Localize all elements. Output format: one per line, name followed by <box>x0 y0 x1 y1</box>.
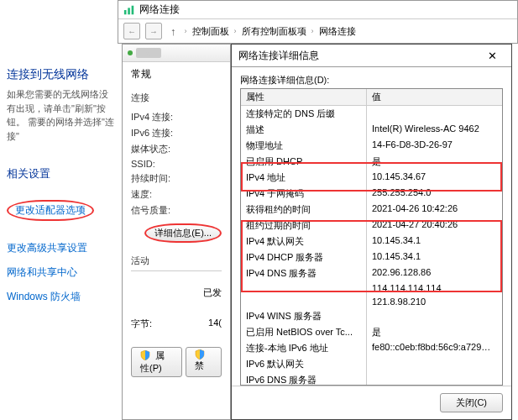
table-body: 连接特定的 DNS 后缀描述Intel(R) Wireless-AC 9462物… <box>241 106 502 386</box>
table-row[interactable]: 描述Intel(R) Wireless-AC 9462 <box>241 122 502 138</box>
cell-property <box>241 281 367 295</box>
window-wifi-status: x 常规 连接 IPv4 连接:IPv6 连接:媒体状态:SSID:持续时间:速… <box>122 44 231 420</box>
status-row: 信号质量: <box>131 204 222 217</box>
detail-table: 属性 值 连接特定的 DNS 后缀描述Intel(R) Wireless-AC … <box>240 88 503 386</box>
group-activity: 活动 <box>131 255 222 267</box>
close-dialog-button[interactable]: 关闭(C) <box>440 393 503 412</box>
window-network-connections: 网络连接 ← → ↑ › 控制面板 › 所有控制面板项 › 网络连接 <box>118 0 518 44</box>
back-button[interactable]: ← <box>123 23 140 39</box>
window-title: 网络连接 <box>139 3 180 17</box>
settings-left-panel: 连接到无线网络 如果您需要的无线网络没有出现，请单击"刷新"按钮。 需要的网络并… <box>0 0 122 323</box>
cell-value: 是 <box>367 154 502 170</box>
properties-button[interactable]: 属性(P) <box>131 347 182 377</box>
table-row[interactable]: IPv4 地址10.145.34.67 <box>241 170 502 186</box>
link-advanced-sharing[interactable]: 更改高级共享设置 <box>7 241 115 255</box>
status-row-label: IPv6 连接: <box>131 127 173 139</box>
cell-property: IPv4 地址 <box>241 170 367 186</box>
svg-rect-1 <box>128 8 130 14</box>
chevron-right-icon: › <box>311 27 314 35</box>
cell-value: 10.145.34.1 <box>367 234 502 249</box>
cell-value: 10.145.34.67 <box>367 170 502 186</box>
forward-button[interactable]: → <box>145 23 162 39</box>
table-row[interactable]: IPv6 默认网关 <box>241 356 502 372</box>
cell-value: Intel(R) Wireless-AC 9462 <box>367 122 502 138</box>
status-row-label: SSID: <box>131 159 155 169</box>
link-adapter-options[interactable]: 更改适配器选项 <box>7 200 94 221</box>
cell-value: 121.8.98.210 <box>367 295 502 308</box>
breadcrumb-bar: ← → ↑ › 控制面板 › 所有控制面板项 › 网络连接 <box>118 18 517 43</box>
chevron-right-icon: › <box>185 27 187 35</box>
cell-value: 是 <box>367 324 502 340</box>
sent-label: 已发 <box>131 286 222 299</box>
cell-value: 114.114.114.114 <box>367 281 502 295</box>
cell-value: 10.145.34.1 <box>367 249 502 265</box>
cell-property: IPv6 DNS 服务器 <box>241 372 367 386</box>
status-row: IPv6 连接: <box>131 127 222 139</box>
up-button[interactable]: ↑ <box>167 25 180 38</box>
breadcrumb-item[interactable]: 网络连接 <box>319 25 356 38</box>
table-row[interactable]: IPv4 默认网关10.145.34.1 <box>241 234 502 249</box>
table-row[interactable]: 获得租约的时间2021-04-26 10:42:26 <box>241 202 502 218</box>
cell-property: IPv4 WINS 服务器 <box>241 308 367 324</box>
table-row[interactable]: IPv4 子网掩码255.255.254.0 <box>241 186 502 202</box>
col-value: 值 <box>367 89 502 105</box>
cell-value: 202.96.128.86 <box>367 265 502 281</box>
breadcrumb-item[interactable]: 所有控制面板项 <box>242 25 306 38</box>
cell-property: IPv4 默认网关 <box>241 234 367 249</box>
table-row[interactable]: IPv4 DHCP 服务器10.145.34.1 <box>241 249 502 265</box>
status-row-label: 媒体状态: <box>131 143 170 155</box>
cell-value <box>367 356 502 372</box>
network-icon <box>123 4 135 16</box>
cell-property: IPv4 DNS 服务器 <box>241 265 367 281</box>
disable-button[interactable]: 禁 <box>186 347 222 377</box>
shield-icon <box>195 349 205 360</box>
left-section-header: 相关设置 <box>7 166 115 181</box>
cell-property: 获得租约的时间 <box>241 202 367 218</box>
status-body: 连接 IPv4 连接:IPv6 连接:媒体状态:SSID:持续时间:速度:信号质… <box>123 87 230 382</box>
table-row[interactable]: 已启用 NetBIOS over Tc...是 <box>241 324 502 340</box>
table-row[interactable]: IPv4 DNS 服务器202.96.128.86 <box>241 265 502 281</box>
breadcrumb-item[interactable]: 控制面板 <box>192 25 229 38</box>
status-row: 速度: <box>131 188 222 201</box>
detail-title: 网络连接详细信息 <box>238 49 319 63</box>
cell-property: 描述 <box>241 122 367 138</box>
table-row[interactable]: 租约过期的时间2021-04-27 20:40:26 <box>241 218 502 234</box>
svg-rect-2 <box>132 5 134 14</box>
chevron-right-icon: › <box>234 27 237 35</box>
status-row-label: 信号质量: <box>131 204 170 217</box>
status-row: IPv4 连接: <box>131 111 222 123</box>
close-button[interactable]: ✕ <box>479 48 505 63</box>
link-network-center[interactable]: 网络和共享中心 <box>7 265 115 280</box>
status-row-label: IPv4 连接: <box>131 111 173 123</box>
cell-value: 2021-04-27 20:40:26 <box>367 218 502 234</box>
table-row[interactable]: 连接特定的 DNS 后缀 <box>241 106 502 122</box>
table-row[interactable]: 114.114.114.114 <box>241 281 502 295</box>
bytes-value: 14( <box>208 318 222 330</box>
cell-property: IPv6 默认网关 <box>241 356 367 372</box>
cell-value: fe80::c0eb:f8bd:56c9:a729%12 <box>367 340 502 356</box>
status-title-bar: x <box>123 45 230 62</box>
table-row[interactable]: 连接-本地 IPv6 地址fe80::c0eb:f8bd:56c9:a729%1… <box>241 340 502 356</box>
tab-general[interactable]: 常规 <box>123 62 230 87</box>
detail-title-bar: 网络连接详细信息 ✕ <box>232 45 511 67</box>
status-row-label: 持续时间: <box>131 172 170 185</box>
link-windows-firewall[interactable]: Windows 防火墙 <box>7 290 115 304</box>
detail-label: 网络连接详细信息(D): <box>232 67 511 88</box>
cell-property: IPv4 子网掩码 <box>241 186 367 202</box>
group-connection: 连接 <box>131 92 222 104</box>
table-row[interactable]: IPv4 WINS 服务器 <box>241 308 502 324</box>
table-row[interactable]: 121.8.98.210 <box>241 295 502 308</box>
cell-property: 连接-本地 IPv6 地址 <box>241 340 367 356</box>
col-property: 属性 <box>241 89 367 105</box>
cell-value: 2021-04-26 10:42:26 <box>367 202 502 218</box>
table-row[interactable]: IPv6 DNS 服务器 <box>241 372 502 386</box>
table-row[interactable]: 已启用 DHCP是 <box>241 154 502 170</box>
redacted-ssid: x <box>136 48 161 58</box>
details-button[interactable]: 详细信息(E)... <box>144 223 222 243</box>
table-header: 属性 值 <box>241 89 502 106</box>
cell-property: 物理地址 <box>241 138 367 154</box>
table-row[interactable]: 物理地址14-F6-D8-3D-26-97 <box>241 138 502 154</box>
cell-value <box>367 308 502 324</box>
status-row: 持续时间: <box>131 172 222 185</box>
cell-property: 已启用 NetBIOS over Tc... <box>241 324 367 340</box>
